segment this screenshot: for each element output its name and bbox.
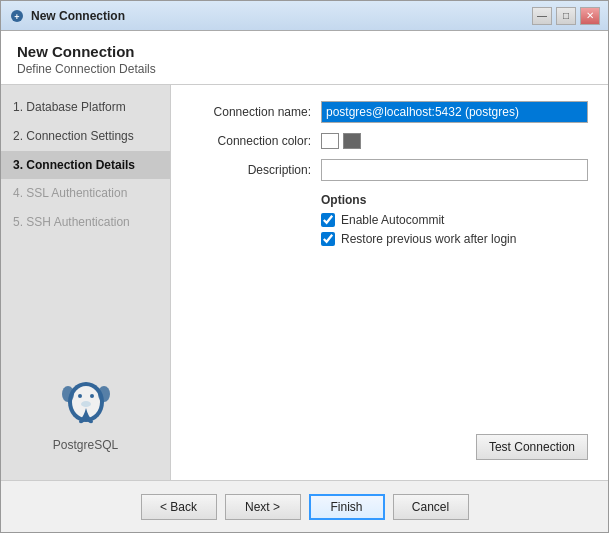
window: + New Connection — □ ✕ New Connection De… (0, 0, 609, 533)
connection-name-label: Connection name: (191, 105, 321, 119)
footer: < Back Next > Finish Cancel (1, 480, 608, 532)
form-area: Connection name: Connection color: Descr… (171, 85, 608, 480)
svg-point-8 (81, 401, 91, 407)
content-area: New Connection Define Connection Details… (1, 31, 608, 480)
autocommit-checkbox[interactable] (321, 213, 335, 227)
title-bar-text: New Connection (31, 9, 532, 23)
color-box-white[interactable] (321, 133, 339, 149)
restore-work-label: Restore previous work after login (341, 232, 516, 246)
description-row: Description: (191, 159, 588, 181)
restore-work-checkbox[interactable] (321, 232, 335, 246)
cancel-button[interactable]: Cancel (393, 494, 469, 520)
color-boxes (321, 133, 361, 149)
header-section: New Connection Define Connection Details (1, 31, 608, 85)
header-subtitle: Define Connection Details (17, 62, 592, 76)
option-restore-row: Restore previous work after login (191, 232, 588, 246)
postgresql-label: PostgreSQL (53, 438, 118, 452)
test-connection-button[interactable]: Test Connection (476, 434, 588, 460)
options-section: Options Enable Autocommit Restore previo… (191, 193, 588, 251)
autocommit-label: Enable Autocommit (341, 213, 444, 227)
title-bar-buttons: — □ ✕ (532, 7, 600, 25)
sidebar: 1. Database Platform 2. Connection Setti… (1, 85, 171, 480)
postgresql-logo-icon (56, 374, 116, 434)
description-input[interactable] (321, 159, 588, 181)
form-spacer (191, 251, 588, 434)
sidebar-spacer (1, 237, 170, 358)
next-button[interactable]: Next > (225, 494, 301, 520)
connection-name-input[interactable] (321, 101, 588, 123)
close-button[interactable]: ✕ (580, 7, 600, 25)
connection-color-row: Connection color: (191, 133, 588, 149)
sidebar-logo: PostgreSQL (1, 358, 170, 472)
window-icon: + (9, 8, 25, 24)
svg-point-5 (90, 394, 94, 398)
option-autocommit-row: Enable Autocommit (191, 213, 588, 227)
minimize-button[interactable]: — (532, 7, 552, 25)
svg-point-7 (98, 386, 110, 402)
options-title: Options (191, 193, 588, 207)
title-bar: + New Connection — □ ✕ (1, 1, 608, 31)
svg-text:+: + (14, 12, 19, 22)
svg-point-6 (62, 386, 74, 402)
description-label: Description: (191, 163, 321, 177)
header-title: New Connection (17, 43, 592, 60)
color-box-gray[interactable] (343, 133, 361, 149)
main-body: 1. Database Platform 2. Connection Setti… (1, 85, 608, 480)
connection-name-row: Connection name: (191, 101, 588, 123)
sidebar-item-ssl-auth: 4. SSL Authentication (1, 179, 170, 208)
sidebar-item-conn-settings[interactable]: 2. Connection Settings (1, 122, 170, 151)
connection-color-label: Connection color: (191, 134, 321, 148)
sidebar-item-conn-details[interactable]: 3. Connection Details (1, 151, 170, 180)
svg-point-4 (78, 394, 82, 398)
sidebar-item-ssh-auth: 5. SSH Authentication (1, 208, 170, 237)
finish-button[interactable]: Finish (309, 494, 385, 520)
sidebar-item-db-platform[interactable]: 1. Database Platform (1, 93, 170, 122)
back-button[interactable]: < Back (141, 494, 217, 520)
test-connection-row: Test Connection (191, 434, 588, 460)
maximize-button[interactable]: □ (556, 7, 576, 25)
